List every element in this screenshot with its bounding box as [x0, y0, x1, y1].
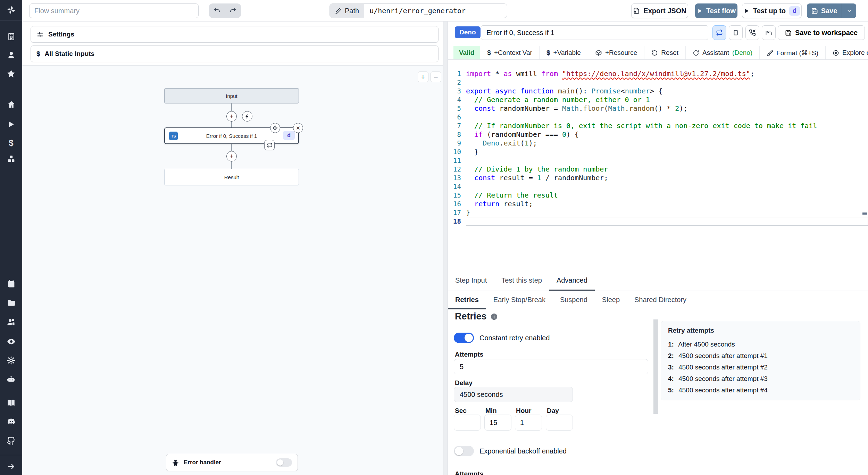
code-line[interactable]: const result = 1 / randomNumber;	[466, 174, 868, 182]
code-line[interactable]	[466, 78, 868, 87]
export-json-button[interactable]: Export JSON	[631, 3, 688, 18]
code-line[interactable]	[466, 217, 868, 226]
insert-step-button[interactable]: +	[226, 151, 237, 161]
code-line[interactable]: Deno.exit(1);	[466, 139, 868, 148]
subtab-retries[interactable]: Retries	[448, 291, 486, 309]
sidebar-item-groups[interactable]	[0, 317, 22, 327]
sidebar-item-home[interactable]	[0, 99, 22, 109]
retry-indicator-button[interactable]	[264, 140, 275, 150]
undo-button[interactable]	[209, 3, 225, 18]
redo-button[interactable]	[225, 3, 241, 18]
tab-test-this-step[interactable]: Test this step	[494, 271, 549, 291]
attempts-input[interactable]	[454, 359, 648, 374]
save-to-workspace-button[interactable]: Save to workspace	[778, 25, 865, 40]
editor-code[interactable]: import * as wmill from "https://deno.lan…	[466, 69, 868, 226]
tab-step-input[interactable]: Step Input	[448, 271, 494, 291]
editor-scrollbar[interactable]	[862, 212, 867, 215]
sidebar-item-settings[interactable]	[0, 356, 22, 365]
move-step-button[interactable]	[270, 123, 280, 133]
code-line[interactable]	[466, 156, 868, 165]
tab-advanced[interactable]: Advanced	[549, 271, 595, 291]
day-input[interactable]	[546, 415, 573, 431]
code-line[interactable]: }	[466, 208, 868, 217]
windmill-logo-icon[interactable]	[0, 5, 22, 15]
sidebar-item-audit-logs[interactable]	[0, 336, 22, 346]
sec-input[interactable]	[454, 415, 481, 431]
subtab-shared-directory[interactable]: Shared Directory	[627, 291, 694, 309]
sidebar-item-schedules[interactable]	[0, 279, 22, 289]
subtab-early-stop[interactable]: Early Stop/Break	[486, 291, 553, 309]
code-line[interactable]: // Divide 1 by the random number	[466, 165, 868, 174]
sidebar-item-github[interactable]	[0, 436, 22, 446]
sidebar-item-discord[interactable]	[0, 416, 22, 426]
test-flow-button[interactable]: Test flow	[695, 3, 737, 18]
zoom-out-button[interactable]: −	[431, 72, 441, 82]
sidebar-item-resources[interactable]	[0, 154, 22, 164]
exponential-backoff-toggle[interactable]	[454, 446, 474, 456]
sleep-button[interactable]	[762, 25, 776, 40]
sidebar-expand-icon[interactable]	[0, 461, 22, 471]
code-line[interactable]: // Generate a random number, either 0 or…	[466, 95, 868, 104]
hour-input[interactable]	[515, 415, 542, 431]
flow-canvas[interactable]: + − Input + TS Error if 0, Success if 1 …	[22, 65, 443, 475]
delay-input[interactable]	[454, 387, 573, 402]
step-name-input[interactable]	[481, 25, 708, 40]
code-line[interactable]	[466, 182, 868, 191]
all-static-inputs-button[interactable]: $ All Static Inputs	[31, 45, 439, 62]
code-line[interactable]: }	[466, 148, 868, 156]
zoom-in-button[interactable]: +	[418, 72, 428, 82]
save-main[interactable]: Save	[807, 3, 842, 18]
code-line[interactable]: const randomNumber = Math.floor(Math.ran…	[466, 104, 868, 113]
flow-settings-button[interactable]: Settings	[31, 26, 439, 43]
code-line[interactable]: // If randomNumber is 0, exit the script…	[466, 122, 868, 130]
retries-toggle-button[interactable]	[712, 25, 726, 40]
code-line[interactable]	[466, 113, 868, 122]
sidebar-item-docs[interactable]	[0, 398, 22, 408]
code-editor[interactable]: 123456789101112131415161718 import * as …	[448, 60, 868, 271]
format-button[interactable]: Format (⌘+S)	[759, 46, 825, 59]
windmill-flow-editor: $	[0, 0, 868, 475]
sidebar-item-workers[interactable]	[0, 375, 22, 384]
retries-scrollbar[interactable]	[653, 319, 658, 414]
sidebar-item-workspace[interactable]	[0, 32, 22, 41]
sidebar-item-user[interactable]	[0, 50, 22, 60]
code-line[interactable]: // Return the result	[466, 191, 868, 200]
sidebar-item-folders[interactable]	[0, 298, 22, 308]
code-line[interactable]: return result;	[466, 200, 868, 208]
add-context-var-button[interactable]: $ +Context Var	[480, 46, 539, 59]
add-resource-button[interactable]: +Resource	[588, 46, 644, 59]
sidebar-item-favorites[interactable]	[0, 69, 22, 78]
code-line[interactable]: import * as wmill from "https://deno.lan…	[466, 69, 868, 78]
trigger-button[interactable]	[242, 111, 252, 122]
suspend-button[interactable]	[745, 25, 759, 40]
input-node[interactable]: Input	[164, 88, 299, 103]
insert-step-button[interactable]: +	[226, 111, 237, 122]
code-line[interactable]: export async function main(): Promise<nu…	[466, 87, 868, 95]
constant-retry-toggle[interactable]	[454, 333, 474, 343]
repeat-icon	[267, 142, 273, 148]
save-dropdown-button[interactable]	[842, 3, 856, 18]
pencil-icon	[335, 8, 342, 14]
delete-step-button[interactable]: ✕	[293, 123, 303, 133]
sidebar-item-runs[interactable]	[0, 119, 22, 129]
assistant-button[interactable]: Assistant (Deno)	[685, 46, 759, 59]
test-up-to-button[interactable]: Test up to d	[742, 3, 802, 18]
code-line[interactable]: if (randomNumber === 0) {	[466, 130, 868, 139]
early-stop-button[interactable]	[729, 25, 743, 40]
sidebar-item-variables[interactable]: $	[0, 138, 22, 148]
reset-button[interactable]: Reset	[644, 46, 685, 59]
add-variable-button[interactable]: $ +Variable	[539, 46, 588, 59]
explore-scripts-button[interactable]: Explore other s	[825, 46, 868, 59]
save-button[interactable]: Save	[807, 3, 856, 18]
path-group[interactable]: Path u/henri/error_generator	[329, 3, 507, 18]
flow-summary-input[interactable]	[29, 3, 199, 18]
subtab-sleep[interactable]: Sleep	[595, 291, 627, 309]
panel-splitter[interactable]	[443, 22, 448, 475]
error-handler-label: Error handler	[184, 459, 221, 466]
target-icon	[833, 50, 839, 56]
error-handler-toggle[interactable]	[276, 458, 292, 467]
subtab-suspend[interactable]: Suspend	[553, 291, 595, 309]
result-node[interactable]: Result	[164, 169, 299, 185]
min-input[interactable]	[484, 415, 511, 431]
editor-toolbar: Valid $ +Context Var $ +Variable +Resour…	[448, 46, 868, 60]
